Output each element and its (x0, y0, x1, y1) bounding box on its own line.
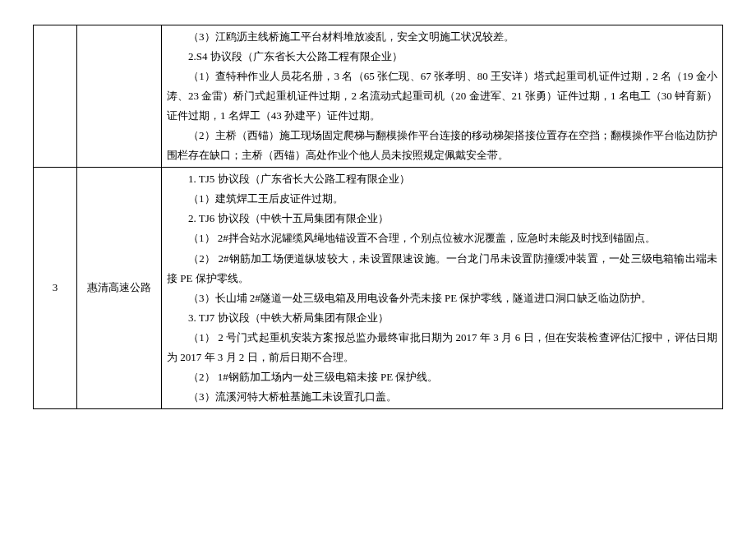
findings-cell: （3）江鸥沥主线桥施工平台材料堆放凌乱，安全文明施工状况较差。2.S4 协议段（… (162, 25, 723, 168)
project-name: 惠清高速公路 (77, 168, 162, 409)
document-page: （3）江鸥沥主线桥施工平台材料堆放凌乱，安全文明施工状况较差。2.S4 协议段（… (0, 0, 756, 535)
finding-line: 1. TJ5 协议段（广东省长大公路工程有限企业） (167, 169, 717, 189)
finding-line: （3）江鸥沥主线桥施工平台材料堆放凌乱，安全文明施工状况较差。 (167, 27, 717, 47)
finding-line: （3）流溪河特大桥桩基施工未设置孔口盖。 (167, 387, 717, 407)
finding-line: （2） 1#钢筋加工场内一处三级电箱未接 PE 保护线。 (167, 367, 717, 387)
table-row: （3）江鸥沥主线桥施工平台材料堆放凌乱，安全文明施工状况较差。2.S4 协议段（… (34, 25, 723, 168)
findings-table: （3）江鸥沥主线桥施工平台材料堆放凌乱，安全文明施工状况较差。2.S4 协议段（… (33, 25, 723, 409)
finding-line: （3）长山埔 2#隧道一处三级电箱及用电设备外壳未接 PE 保护零线，隧道进口洞… (167, 288, 717, 308)
finding-line: （2）主桥（西锚）施工现场固定爬梯与翻模操作平台连接的移动梯架搭接位置存在空挡；… (167, 126, 717, 165)
finding-line: 2.S4 协议段（广东省长大公路工程有限企业） (167, 47, 717, 67)
findings-cell: 1. TJ5 协议段（广东省长大公路工程有限企业）（1）建筑焊工王后皮证件过期。… (162, 168, 723, 409)
table-row: 3惠清高速公路1. TJ5 协议段（广东省长大公路工程有限企业）（1）建筑焊工王… (34, 168, 723, 409)
row-index: 3 (34, 168, 77, 409)
finding-line: 2. TJ6 协议段（中铁十五局集团有限企业） (167, 209, 717, 228)
row-index (34, 25, 77, 168)
finding-line: 3. TJ7 协议段（中铁大桥局集团有限企业） (167, 308, 717, 328)
finding-line: （1）查特种作业人员花名册，3 名（65 张仁现、67 张孝明、80 王安详）塔… (167, 67, 717, 126)
finding-line: （2） 2#钢筋加工场便道纵坡较大，未设置限速设施。一台龙门吊未设置防撞缓冲装置… (167, 249, 717, 288)
project-name (77, 25, 162, 168)
finding-line: （1）建筑焊工王后皮证件过期。 (167, 189, 717, 209)
finding-line: （1） 2 号门式起重机安装方案报总监办最终审批日期为 2017 年 3 月 6… (167, 328, 717, 367)
finding-line: （1） 2#拌合站水泥罐缆风绳地锚设置不合理，个别点位被水泥覆盖，应急时未能及时… (167, 228, 717, 248)
